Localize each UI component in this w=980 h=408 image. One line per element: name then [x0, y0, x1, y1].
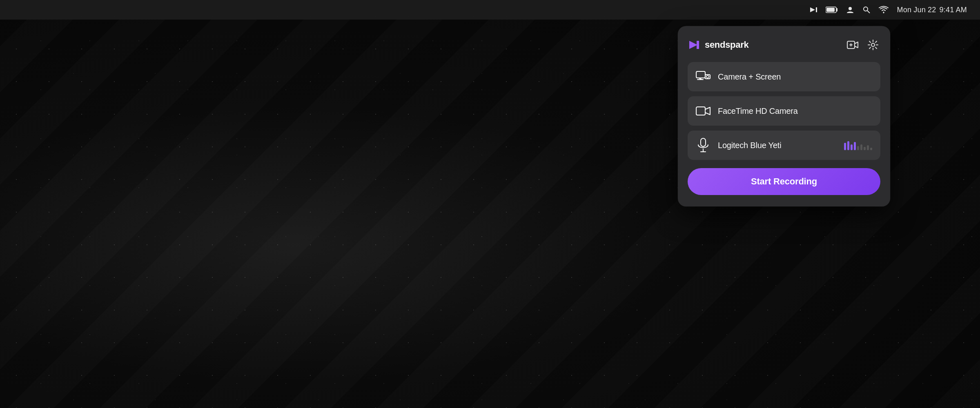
svg-point-8: [883, 12, 884, 13]
facetime-camera-icon: [696, 104, 710, 118]
menubar-time: 9:41 AM: [940, 6, 967, 14]
facetime-camera-label: FaceTime HD Camera: [718, 106, 872, 116]
mic-bar: [864, 147, 866, 150]
mic-bar: [870, 148, 872, 150]
sendspark-popup: sendspark: [678, 26, 890, 206]
battery-icon: [826, 6, 838, 13]
svg-line-7: [867, 11, 870, 13]
user-icon[interactable]: [846, 6, 854, 14]
svg-point-5: [849, 7, 852, 10]
microphone-option[interactable]: Logitech Blue Yeti: [688, 131, 880, 160]
svg-marker-0: [810, 7, 815, 12]
mic-bar: [860, 144, 862, 150]
microphone-icon: [696, 138, 710, 153]
svg-marker-10: [697, 41, 699, 49]
mic-level-indicator: [844, 140, 872, 150]
svg-rect-21: [701, 138, 706, 146]
sendspark-logo-icon: [688, 38, 701, 51]
logo-text: sendspark: [705, 40, 748, 50]
facetime-camera-option[interactable]: FaceTime HD Camera: [688, 96, 880, 126]
logo-area: sendspark: [688, 38, 748, 51]
camera-screen-icon: [696, 69, 710, 84]
search-icon[interactable]: [862, 6, 871, 14]
microphone-label: Logitech Blue Yeti: [718, 141, 837, 150]
popup-header: sendspark: [688, 38, 880, 52]
new-video-button[interactable]: [845, 38, 860, 52]
wifi-icon: [879, 6, 889, 14]
menubar-datetime: Mon Jun 22 9:41 AM: [897, 6, 967, 14]
camera-screen-label: Camera + Screen: [718, 72, 872, 82]
mic-bar: [857, 146, 859, 150]
svg-rect-15: [696, 71, 705, 78]
mic-bar: [844, 143, 846, 150]
svg-point-19: [706, 75, 709, 78]
menubar: Mon Jun 22 9:41 AM: [0, 0, 980, 20]
menubar-right: Mon Jun 22 9:41 AM: [809, 6, 967, 14]
settings-button[interactable]: [866, 38, 880, 52]
menubar-date: Mon Jun 22: [897, 6, 936, 14]
mic-bar: [867, 145, 869, 150]
camera-screen-option[interactable]: Camera + Screen: [688, 62, 880, 91]
svg-point-14: [871, 43, 875, 47]
svg-rect-1: [816, 7, 817, 12]
mic-bar: [847, 141, 849, 150]
svg-rect-3: [836, 8, 837, 11]
svg-point-6: [864, 7, 868, 11]
sendspark-tray-icon[interactable]: [809, 6, 817, 14]
mic-bar: [854, 142, 856, 150]
mic-bar: [851, 144, 853, 150]
header-actions: [845, 38, 880, 52]
svg-rect-4: [826, 8, 835, 12]
svg-marker-9: [689, 41, 697, 49]
start-recording-button[interactable]: Start Recording: [688, 168, 880, 195]
svg-rect-20: [696, 107, 705, 115]
